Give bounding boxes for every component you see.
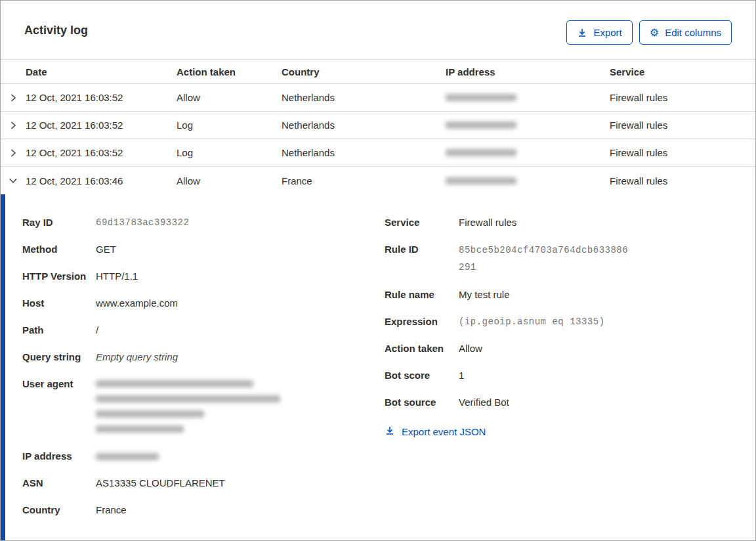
- cell-service: Firewall rules: [610, 175, 755, 186]
- detail-field-user-agent: User agent: [22, 376, 385, 437]
- chevron-right-icon: [8, 93, 18, 103]
- event-detail-panel: Ray ID 69d13783ac393322 Method GET HTTP …: [1, 194, 755, 541]
- cell-ip-address-redacted: [446, 149, 610, 156]
- cell-action-taken: Log: [177, 147, 282, 158]
- cell-country: Netherlands: [282, 92, 446, 103]
- chevron-right-icon: [8, 148, 18, 158]
- gear-icon: ⚙︎: [650, 28, 659, 38]
- cell-service: Firewall rules: [610, 92, 755, 103]
- detail-field-bot-score: Bot score 1: [385, 368, 755, 383]
- activity-table: Date Action taken Country IP address Ser…: [1, 59, 755, 541]
- cell-ip-address-redacted: [446, 121, 610, 129]
- cell-date: 12 Oct, 2021 16:03:52: [26, 92, 177, 103]
- column-header-ip-address: IP address: [446, 66, 610, 77]
- detail-field-http-version: HTTP Version HTTP/1.1: [22, 269, 385, 284]
- ip-address-redacted: [96, 448, 159, 464]
- cell-action-taken: Log: [177, 119, 282, 131]
- column-header-country: Country: [282, 66, 446, 77]
- table-row[interactable]: 12 Oct, 2021 16:03:52 Log Netherlands Fi…: [1, 112, 755, 139]
- topbar: Activity log Export ⚙︎ Edit columns: [1, 1, 755, 45]
- export-button[interactable]: Export: [566, 20, 632, 45]
- cell-service: Firewall rules: [610, 119, 755, 131]
- chevron-right-icon: [8, 120, 18, 131]
- cell-ip-address-redacted: [446, 94, 610, 101]
- chevron-down-icon: [8, 175, 18, 186]
- cell-date: 12 Oct, 2021 16:03:46: [26, 175, 177, 186]
- detail-field-method: Method GET: [22, 242, 385, 257]
- cell-service: Firewall rules: [610, 147, 755, 158]
- edit-columns-button-label: Edit columns: [665, 27, 721, 38]
- download-icon: [577, 28, 587, 38]
- detail-field-expression: Expression (ip.geoip.asnum eq 13335): [385, 314, 755, 330]
- expand-row-button[interactable]: [1, 148, 26, 158]
- cell-country: Netherlands: [282, 119, 446, 131]
- activity-log-panel: Activity log Export ⚙︎ Edit columns: [0, 0, 756, 541]
- table-row-expanded[interactable]: 12 Oct, 2021 16:03:46 Allow France Firew…: [1, 167, 755, 194]
- cell-ip-address-redacted: [446, 177, 610, 184]
- cell-action-taken: Allow: [177, 175, 282, 186]
- column-header-date: Date: [26, 66, 177, 77]
- cell-country: Netherlands: [282, 147, 446, 158]
- page-title: Activity log: [24, 20, 88, 37]
- export-event-json-label: Export event JSON: [402, 426, 486, 437]
- cell-date: 12 Oct, 2021 16:03:52: [26, 119, 177, 131]
- cell-country: France: [282, 175, 446, 186]
- detail-right-column: Service Firewall rules Rule ID 85bce5b20…: [385, 215, 755, 541]
- detail-field-host: Host www.example.com: [22, 295, 385, 311]
- download-icon: [385, 425, 395, 438]
- export-button-label: Export: [593, 27, 621, 38]
- detail-field-rule-name: Rule name My test rule: [385, 287, 755, 303]
- detail-field-query-string: Query string Empty query string: [22, 349, 385, 365]
- detail-field-asn: ASN AS13335 CLOUDFLARENET: [22, 475, 385, 491]
- column-header-action-taken: Action taken: [177, 66, 282, 77]
- detail-left-column: Ray ID 69d13783ac393322 Method GET HTTP …: [22, 215, 385, 541]
- user-agent-redacted: [96, 376, 280, 437]
- expand-row-button[interactable]: [1, 93, 26, 103]
- edit-columns-button[interactable]: ⚙︎ Edit columns: [639, 20, 732, 45]
- export-event-json-link[interactable]: Export event JSON: [385, 425, 486, 438]
- detail-field-ip-address: IP address: [22, 448, 385, 464]
- table-row[interactable]: 12 Oct, 2021 16:03:52 Log Netherlands Fi…: [1, 139, 755, 167]
- detail-field-bot-source: Bot source Verified Bot: [385, 395, 755, 410]
- detail-field-rule-id: Rule ID 85bce5b204cf4703a764dcb633886291: [385, 242, 755, 276]
- collapse-row-button[interactable]: [1, 175, 26, 186]
- toolbar: Export ⚙︎ Edit columns: [566, 20, 732, 45]
- cell-action-taken: Allow: [177, 92, 282, 103]
- detail-field-service: Service Firewall rules: [385, 215, 755, 230]
- detail-field-ray-id: Ray ID 69d13783ac393322: [22, 215, 385, 230]
- detail-field-path: Path /: [22, 322, 385, 338]
- detail-field-country: Country France: [22, 502, 385, 518]
- column-header-service: Service: [610, 66, 755, 77]
- expand-row-button[interactable]: [1, 120, 26, 131]
- table-header-row: Date Action taken Country IP address Ser…: [1, 59, 755, 84]
- detail-field-action-taken: Action taken Allow: [385, 341, 755, 357]
- cell-date: 12 Oct, 2021 16:03:52: [26, 147, 177, 158]
- table-row[interactable]: 12 Oct, 2021 16:03:52 Allow Netherlands …: [1, 84, 755, 112]
